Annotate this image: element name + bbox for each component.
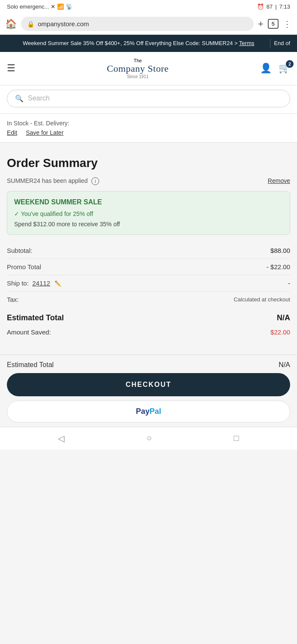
checkout-button[interactable]: CHECKOUT [7, 373, 290, 396]
promo-applied-row: SUMMER24 has been applied i Remove [7, 177, 290, 185]
logo-since: Since 1911 [107, 74, 169, 79]
browser-bar: 🏠 🔒 ompanystore.com + 5 ⋮ [0, 13, 297, 35]
ship-to-row: Ship to: 24112 ✏️ - [7, 275, 290, 292]
status-bar: Solo emergenc... ✕ 📶 📡 ⏰ 87 | 7:13 [0, 0, 297, 13]
item-stock-status: In Stock - Est. Delivery: [7, 120, 290, 127]
battery-level: 87 [267, 3, 273, 10]
search-bar-container: 🔍 Search [0, 85, 297, 113]
search-icon: 🔍 [15, 94, 24, 103]
footer-total-row: Estimated Total N/A [7, 361, 290, 369]
site-header: ☰ The Company Store Since 1911 👤 🛒 2 [0, 52, 297, 85]
recents-button[interactable]: □ [233, 433, 239, 443]
promo-code-label: SUMMER24 has been applied i [7, 177, 99, 184]
paypal-logo: PayPal [136, 407, 161, 416]
cart-badge: 2 [286, 60, 294, 68]
subtotal-label: Subtotal: [7, 247, 32, 254]
sale-box: WEEKEND SUMMER SALE ✓ You've qualified f… [7, 191, 290, 235]
promo-banner: Weekend Summer Sale 35% Off $400+, 25% O… [0, 35, 297, 52]
amount-saved-label: Amount Saved: [7, 328, 51, 336]
shipping-value: - [288, 279, 290, 287]
tax-value: Calculated at checkout [233, 296, 290, 303]
sticky-footer: Estimated Total N/A CHECKOUT PayPal [0, 355, 297, 427]
search-bar[interactable]: 🔍 Search [7, 90, 290, 107]
home-icon[interactable]: 🏠 [5, 18, 17, 30]
item-actions: Edit Save for Later [7, 129, 290, 136]
clock-time: 7:13 [279, 3, 290, 10]
alarm-icon: ⏰ [257, 3, 264, 10]
cart-icon[interactable]: 🛒 2 [279, 63, 290, 74]
status-carrier: Solo emergenc... ✕ 📶 📡 [7, 3, 73, 10]
browser-menu-button[interactable]: ⋮ [283, 19, 292, 29]
back-button[interactable]: ◁ [58, 433, 64, 444]
item-card: In Stock - Est. Delivery: Edit Save for … [0, 113, 297, 143]
status-right: ⏰ 87 | 7:13 [257, 3, 290, 10]
promo-total-row: Promo Total - $22.00 [7, 259, 290, 275]
subtotal-row: Subtotal: $88.00 [7, 243, 290, 259]
hamburger-menu-button[interactable]: ☰ [7, 63, 15, 74]
zip-code: 24112 [32, 279, 50, 287]
promo-applied-text: has been applied [42, 177, 88, 184]
promo-total-label: Promo Total [7, 263, 41, 270]
header-icons: 👤 🛒 2 [260, 63, 290, 74]
paypal-button[interactable]: PayPal [7, 401, 290, 422]
edit-item-link[interactable]: Edit [7, 129, 17, 136]
promo-total-value: - $22.00 [267, 263, 290, 270]
user-account-icon[interactable]: 👤 [260, 63, 272, 74]
estimated-total-value: N/A [277, 313, 290, 322]
logo-the: The [107, 58, 169, 63]
ship-to-label: Ship to: 24112 ✏️ [7, 279, 61, 287]
promo-banner-text: Weekend Summer Sale 35% Off $400+, 25% O… [23, 40, 238, 46]
footer-estimated-total-label: Estimated Total [7, 361, 54, 369]
sale-box-title: WEEKEND SUMMER SALE [14, 198, 283, 206]
promo-code-info: SUMMER24 has been applied i [7, 177, 99, 185]
amount-saved-row: Amount Saved: $22.00 [7, 326, 290, 346]
logo-name: Company Store [107, 63, 169, 74]
edit-zip-icon[interactable]: ✏️ [55, 280, 61, 287]
order-summary-title: Order Summary [7, 156, 290, 170]
tabs-count[interactable]: 5 [268, 19, 279, 29]
info-icon[interactable]: i [91, 177, 99, 185]
estimated-total-row: Estimated Total N/A [7, 307, 290, 326]
estimated-total-label: Estimated Total [7, 313, 64, 322]
promo-terms-link[interactable]: Terms [239, 40, 254, 46]
save-for-later-link[interactable]: Save for Later [26, 129, 64, 136]
new-tab-button[interactable]: + [258, 18, 264, 30]
bottom-nav: ◁ ○ □ [0, 427, 297, 450]
subtotal-value: $88.00 [270, 247, 290, 254]
footer-estimated-total-value: N/A [279, 361, 290, 369]
tax-label: Tax: [7, 296, 19, 303]
remove-promo-link[interactable]: Remove [268, 177, 290, 184]
home-button[interactable]: ○ [146, 433, 152, 443]
lock-icon: 🔒 [27, 21, 34, 27]
summary-rows: Subtotal: $88.00 Promo Total - $22.00 Sh… [7, 243, 290, 307]
amount-saved-value: $22.00 [270, 328, 290, 336]
url-bar[interactable]: 🔒 ompanystore.com [21, 17, 254, 31]
search-placeholder: Search [28, 94, 50, 102]
tax-row: Tax: Calculated at checkout [7, 292, 290, 307]
promo-end-text: End of [270, 39, 290, 48]
sale-qualified: ✓ You've qualified for 25% off [14, 210, 283, 217]
site-logo[interactable]: The Company Store Since 1911 [107, 58, 169, 79]
order-summary: Order Summary SUMMER24 has been applied … [0, 148, 297, 346]
sale-spend-more: Spend $312.00 more to receive 35% off [14, 221, 283, 228]
url-text: ompanystore.com [38, 20, 89, 27]
